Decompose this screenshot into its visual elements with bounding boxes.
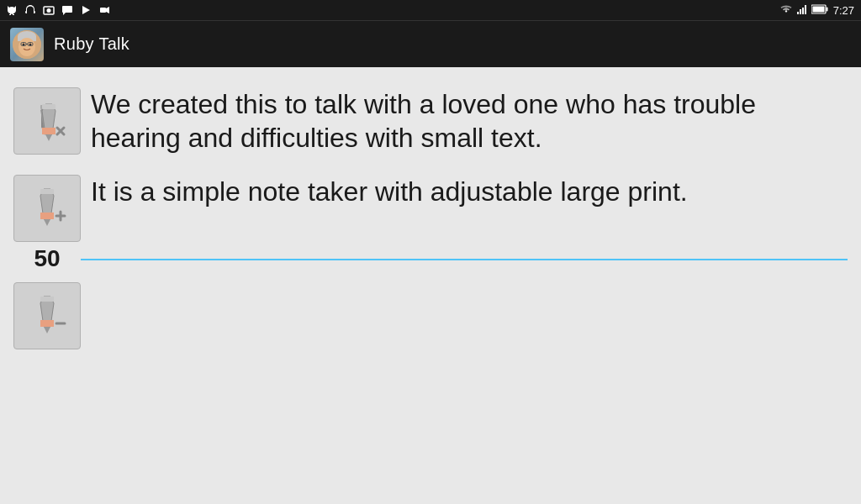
play-notif-icon [79, 3, 92, 17]
svg-marker-27 [45, 134, 52, 141]
svg-rect-28 [42, 128, 55, 134]
pen-x-button[interactable] [13, 87, 81, 155]
talk-notif-icon [61, 3, 74, 17]
record-notif-icon [98, 3, 111, 17]
main-content: We created this to talk with a loved one… [0, 67, 861, 504]
font-size-value: 50 [13, 245, 81, 272]
svg-marker-4 [106, 7, 109, 13]
svg-rect-8 [805, 5, 806, 14]
pen-minus-button[interactable] [13, 282, 81, 349]
svg-marker-39 [44, 327, 50, 333]
svg-rect-38 [40, 297, 54, 302]
notification-icons [0, 3, 776, 17]
svg-marker-33 [44, 219, 50, 226]
svg-rect-11 [812, 6, 824, 12]
system-icons: 7:27 [779, 3, 854, 18]
svg-rect-3 [100, 8, 106, 13]
svg-rect-32 [40, 189, 54, 194]
battery-icon [811, 4, 828, 17]
first-message-row: We created this to talk with a loved one… [7, 74, 854, 161]
second-message-text: It is a simple note taker with adjustabl… [91, 175, 848, 208]
headset-notif-icon [24, 3, 37, 17]
cat-notif-icon [5, 3, 18, 17]
svg-rect-7 [802, 8, 804, 14]
svg-rect-6 [800, 9, 801, 14]
app-icon [10, 28, 44, 61]
first-message-text: We created this to talk with a loved one… [91, 87, 848, 155]
svg-point-1 [47, 8, 51, 13]
app-bar: Ruby Talk [0, 20, 861, 67]
pen-x-icon [24, 98, 70, 144]
svg-marker-2 [82, 6, 90, 14]
pen-minus-icon [24, 293, 70, 339]
third-row [7, 272, 854, 360]
svg-rect-40 [40, 320, 54, 327]
screenshot-notif-icon [42, 3, 55, 17]
signal-icon [796, 3, 808, 18]
svg-rect-10 [826, 7, 827, 11]
svg-rect-26 [42, 104, 55, 109]
pen-plus-button[interactable] [13, 175, 81, 242]
status-bar: 7:27 [0, 0, 861, 20]
svg-point-15 [18, 38, 35, 56]
pen-plus-icon [24, 186, 70, 231]
text-underline [81, 259, 848, 260]
app-title: Ruby Talk [54, 34, 129, 54]
status-time: 7:27 [833, 4, 854, 17]
svg-rect-5 [797, 12, 799, 14]
wifi-icon [779, 3, 793, 18]
svg-rect-34 [40, 213, 54, 219]
second-message-row: It is a simple note taker with adjustabl… [7, 161, 854, 272]
